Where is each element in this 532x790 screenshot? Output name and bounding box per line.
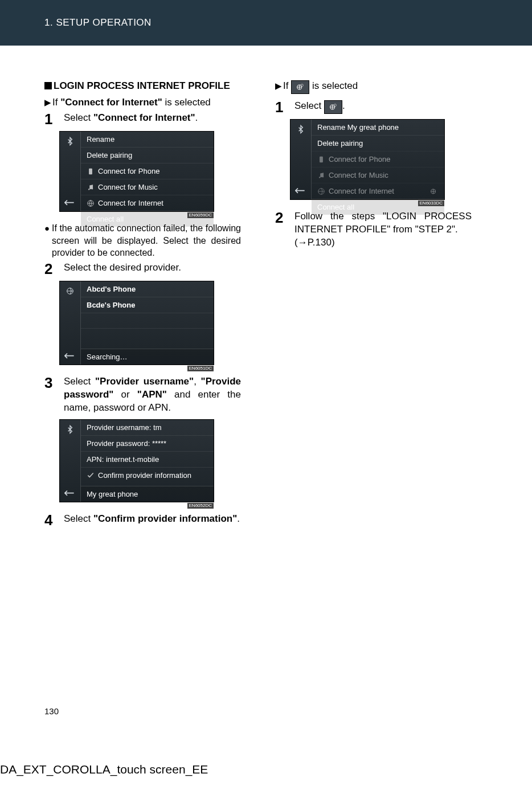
list-item-music[interactable]: Connect for Music bbox=[81, 179, 214, 195]
svg-rect-9 bbox=[320, 156, 323, 162]
gear-globe-icon bbox=[324, 100, 342, 114]
gear-globe-icon bbox=[429, 187, 439, 196]
condition-text: If is selected bbox=[283, 80, 358, 94]
blank-row bbox=[81, 328, 214, 343]
list-item[interactable]: Bcde's Phone bbox=[81, 297, 214, 313]
back-icon[interactable] bbox=[295, 187, 306, 195]
step-number: 2 bbox=[275, 210, 290, 225]
svg-point-8 bbox=[334, 104, 336, 107]
screenshot-tag: EN6033DC bbox=[418, 200, 444, 206]
svg-point-6 bbox=[301, 84, 304, 87]
blank-row bbox=[81, 313, 214, 328]
svg-point-2 bbox=[92, 188, 93, 189]
list-item-rename[interactable]: Rename My great phone bbox=[312, 120, 444, 135]
screenshot-provider-info: Provider username: tm Provider password:… bbox=[59, 419, 214, 502]
list-item[interactable]: Abcd's Phone bbox=[81, 281, 214, 297]
bullet-text: If the automatic connection failed, the … bbox=[52, 222, 241, 259]
svg-rect-0 bbox=[89, 168, 92, 174]
gear-globe-icon bbox=[291, 80, 309, 94]
back-icon[interactable] bbox=[64, 489, 76, 497]
svg-point-1 bbox=[88, 189, 89, 190]
list-item-internet: Connect for Internet bbox=[312, 183, 444, 199]
play-icon: ▶ bbox=[275, 80, 282, 92]
list-item-apn[interactable]: APN: internet.t-mobile bbox=[81, 451, 214, 467]
list-item-password[interactable]: Provider password: ***** bbox=[81, 435, 214, 451]
title-square-icon bbox=[44, 82, 52, 89]
login-title: LOGIN PROCESS INTERNET PROFILE bbox=[44, 80, 241, 92]
svg-point-11 bbox=[322, 176, 324, 177]
bullet-icon: ● bbox=[44, 222, 50, 234]
list-item-username[interactable]: Provider username: tm bbox=[81, 420, 214, 435]
list-item-rename[interactable]: Rename bbox=[81, 132, 214, 147]
bluetooth-icon bbox=[66, 424, 75, 435]
back-icon[interactable] bbox=[64, 352, 76, 360]
doc-id: DA_EXT_COROLLA_touch screen_EE bbox=[0, 763, 208, 776]
header-bar: 1. SETUP OPERATION bbox=[0, 0, 532, 46]
check-icon bbox=[87, 471, 95, 479]
step-number: 2 bbox=[44, 261, 59, 276]
bluetooth-icon bbox=[296, 124, 305, 134]
back-icon[interactable] bbox=[64, 199, 76, 207]
device-name-footer: My great phone bbox=[81, 486, 214, 502]
bluetooth-icon bbox=[66, 136, 75, 146]
screenshot-tag: EN6052DC bbox=[187, 503, 214, 509]
step-number: 1 bbox=[275, 100, 290, 114]
page-number: 130 bbox=[44, 706, 59, 716]
music-icon bbox=[317, 171, 325, 179]
globe-icon bbox=[87, 199, 95, 207]
screenshot-provider-list: Abcd's Phone Bcde's Phone Searching… EN6… bbox=[59, 281, 214, 365]
condition-text: If "Connect for Internet" is selected bbox=[52, 96, 211, 109]
music-icon bbox=[87, 183, 95, 191]
screenshot-connect-menu: Rename My great phone Delete pairing Con… bbox=[290, 119, 445, 200]
searching-footer: Searching… bbox=[81, 349, 214, 365]
step-text: Select . bbox=[294, 100, 345, 114]
step-number: 4 bbox=[44, 513, 59, 527]
step-number: 3 bbox=[44, 375, 59, 390]
screenshot-connect-menu: Rename Delete pairing Connect for Phone … bbox=[59, 131, 214, 212]
list-item-delete[interactable]: Delete pairing bbox=[81, 147, 214, 163]
step-text: Select "Provider username", "Provide pas… bbox=[64, 375, 241, 415]
list-item-confirm[interactable]: Confirm provider information bbox=[81, 467, 214, 483]
screenshot-tag: EN6059DC bbox=[187, 212, 214, 218]
svg-point-10 bbox=[319, 177, 320, 178]
step-text: Select "Connect for Internet". bbox=[64, 112, 198, 125]
play-icon: ▶ bbox=[44, 96, 51, 108]
step-text: Select the desired provider. bbox=[64, 261, 181, 275]
list-item-delete[interactable]: Delete pairing bbox=[312, 135, 444, 151]
list-item-internet[interactable]: Connect for Internet bbox=[81, 195, 214, 211]
globe-icon bbox=[317, 187, 325, 195]
step-number: 1 bbox=[44, 112, 59, 126]
list-item-phone[interactable]: Connect for Phone bbox=[81, 163, 214, 179]
screenshot-tag: EN6051DC bbox=[187, 366, 214, 371]
phone-icon bbox=[317, 155, 325, 163]
list-item-phone: Connect for Phone bbox=[312, 151, 444, 167]
step-text: Follow the steps "LOGIN PROCESS INTERNET… bbox=[294, 210, 472, 249]
gear-globe-icon bbox=[66, 286, 75, 296]
list-item-music: Connect for Music bbox=[312, 167, 444, 183]
step-text: Select "Confirm provider information". bbox=[64, 513, 240, 526]
section-label: 1. SETUP OPERATION bbox=[44, 17, 152, 28]
phone-icon bbox=[87, 167, 95, 175]
